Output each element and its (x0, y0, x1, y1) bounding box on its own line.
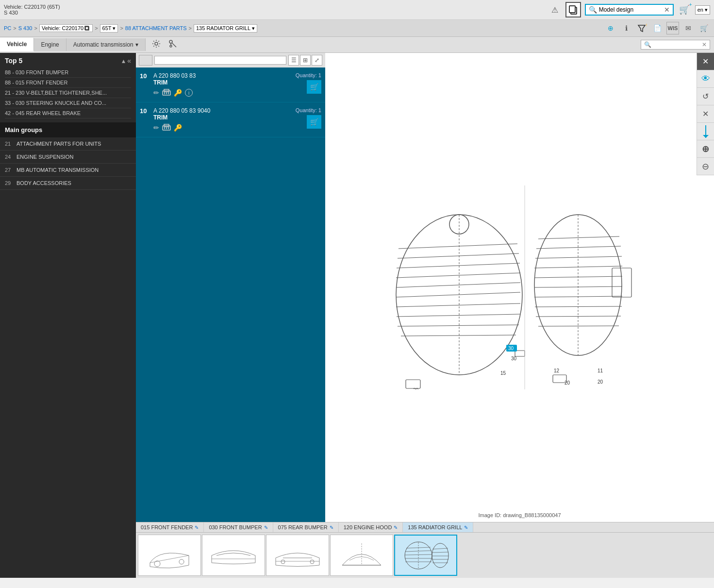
thumb-tab-075[interactable]: 075 REAR BUMPER ✎ (273, 522, 339, 532)
svg-line-7 (172, 43, 176, 48)
info-icon[interactable]: ℹ (620, 22, 632, 34)
copy-icon[interactable] (565, 2, 581, 17)
model-label: S 430 (4, 10, 60, 16)
mail-icon[interactable]: ✉ (682, 22, 695, 34)
thumb-edit-4[interactable]: ✎ (464, 525, 468, 530)
breadcrumb-vehicle[interactable]: Vehicle: C220170 (39, 24, 93, 32)
tab-wrench-icon[interactable] (166, 37, 180, 52)
part-details-0: A 220 880 03 83 TRIM ✏ (153, 72, 292, 97)
tab-extra-icons (149, 37, 180, 52)
thumb-edit-2[interactable]: ✎ (330, 525, 333, 530)
tab-engine[interactable]: Engine (34, 38, 66, 51)
svg-line-26 (396, 292, 520, 297)
thumb-edit-3[interactable]: ✎ (394, 525, 398, 530)
tab-search-box[interactable]: 🔍 ✕ (641, 40, 710, 50)
sidebar-group-21[interactable]: 21 ATTACHMENT PARTS FOR UNITS (0, 137, 136, 151)
language-selector[interactable]: en ▾ (695, 5, 710, 15)
expand-view-icon[interactable]: ⤢ (312, 55, 322, 66)
list-view-icon[interactable]: ☰ (288, 55, 299, 66)
add-cart-button-1[interactable]: 🛒 (307, 115, 321, 129)
wis-icon[interactable]: WIS (666, 22, 679, 34)
zoom-icon[interactable]: ⊕ (604, 22, 617, 34)
svg-point-61 (179, 559, 184, 564)
part-action-icons-1: ✏ 🔑 (153, 124, 292, 132)
thumb-edit-1[interactable]: ✎ (264, 525, 268, 530)
sidebar-group-24[interactable]: 24 ENGINE SUSPENSION (0, 151, 136, 164)
pencil-icon-1[interactable]: ✏ (153, 124, 159, 132)
warning-icon[interactable]: ⚠ (548, 3, 562, 17)
breadcrumb-s430[interactable]: S 430 (18, 25, 33, 31)
thumb-tab-120[interactable]: 120 ENGINE HOOD ✎ (339, 522, 403, 532)
thumb-image-120[interactable] (330, 535, 393, 576)
model-search-box[interactable]: 🔍 ✕ (585, 4, 674, 16)
top5-item-1[interactable]: 88 - 015 FRONT FENDER (5, 78, 131, 88)
breadcrumb-65t[interactable]: 65T ▾ (100, 24, 118, 33)
breadcrumb-tools: ⊕ ℹ ! 📄 WIS ✉ 🛒 (604, 22, 710, 34)
part-name-1: TRIM (153, 114, 292, 121)
key-icon-1[interactable]: 🔑 (174, 124, 182, 132)
drawing-container: 20 30 15 30 (325, 53, 714, 522)
top5-item-2[interactable]: 21 - 230 V-BELT,BELT TIGHTENER,SHE... (5, 88, 131, 98)
top5-controls: ▴ « (122, 57, 131, 65)
tab-automatic-transmission[interactable]: Automatic transmission ▾ (66, 38, 146, 51)
part-id-1: A 220 880 05 83 9040 (153, 107, 292, 114)
sidebar-group-list: 21 ATTACHMENT PARTS FOR UNITS 24 ENGINE … (0, 137, 136, 578)
factory-icon-1[interactable] (162, 124, 171, 132)
top5-item-3[interactable]: 33 - 030 STEERING KNUCKLE AND CO... (5, 98, 131, 108)
svg-line-28 (397, 314, 520, 317)
content-area: ☰ ⊞ ⤢ 10 A 220 880 03 83 TRIM ✏ (136, 53, 714, 578)
svg-text:30: 30 (511, 356, 517, 361)
thumb-image-135[interactable] (394, 535, 457, 576)
tab-settings-icon[interactable] (149, 37, 163, 52)
parts-panel: ☰ ⊞ ⤢ 10 A 220 880 03 83 TRIM ✏ (136, 53, 325, 522)
breadcrumb-88-attachment[interactable]: 88 ATTACHMENT PARTS (125, 25, 187, 31)
tab-vehicle[interactable]: Vehicle (0, 38, 34, 51)
svg-line-29 (398, 325, 519, 326)
svg-text:20: 20 (598, 379, 603, 385)
thumb-image-075[interactable] (266, 535, 329, 576)
sidebar-group-27[interactable]: 27 MB AUTOMATIC TRANSMISSION (0, 164, 136, 177)
part-pos-0: 10 (140, 72, 149, 80)
svg-point-32 (449, 215, 469, 234)
info-icon-0[interactable]: i (185, 89, 193, 97)
thumb-image-015[interactable] (138, 535, 201, 576)
top5-item-0[interactable]: 88 - 030 FRONT BUMPER (5, 67, 131, 78)
breadcrumb-pc[interactable]: PC (4, 25, 11, 31)
sidebar-group-29[interactable]: 29 BODY ACCESSORIES (0, 177, 136, 190)
image-id-label: Image ID: drawing_B88135000047 (478, 512, 561, 518)
top5-collapse-icon[interactable]: ▴ (122, 57, 125, 65)
add-to-cart-icon[interactable]: 🛒+ (678, 3, 691, 17)
top5-item-4[interactable]: 42 - 045 REAR WHEEL BRAKE (5, 108, 131, 118)
thumb-tab-135[interactable]: 135 RADIATOR GRILL ✎ (403, 522, 473, 532)
svg-point-64 (281, 560, 285, 564)
factory-icon-0[interactable] (162, 89, 171, 97)
add-cart-button-0[interactable]: 🛒 (307, 80, 321, 94)
thumb-tab-015[interactable]: 015 FRONT FENDER ✎ (136, 522, 204, 532)
thumb-edit-0[interactable]: ✎ (195, 525, 199, 530)
filter-icon[interactable]: ! (635, 22, 648, 34)
top5-title: Top 5 (5, 57, 22, 65)
top5-header: Top 5 ▴ « (5, 57, 131, 65)
sidebar: Top 5 ▴ « 88 - 030 FRONT BUMPER 88 - 015… (0, 53, 136, 578)
key-icon-0[interactable]: 🔑 (174, 89, 182, 97)
cart-nav-icon[interactable]: 🛒 (697, 22, 710, 34)
grid-view-icon[interactable]: ⊞ (300, 55, 311, 66)
svg-point-60 (154, 561, 160, 567)
model-search-input[interactable] (599, 6, 662, 13)
parts-search-input[interactable] (154, 56, 286, 65)
tab-search-close[interactable]: ✕ (702, 41, 707, 48)
search-icon: 🔍 (589, 6, 597, 14)
top5-close-icon[interactable]: « (127, 57, 131, 65)
tab-search-input[interactable] (653, 41, 702, 48)
part-pos-1: 10 (140, 107, 149, 115)
thumb-tab-030[interactable]: 030 FRONT BUMPER ✎ (204, 522, 273, 532)
top5-section: Top 5 ▴ « 88 - 030 FRONT BUMPER 88 - 015… (0, 53, 136, 122)
quantity-label-1: Quantity: 1 (296, 107, 321, 113)
breadcrumb-135-radiator[interactable]: 135 RADIATOR GRILL ▾ (194, 24, 257, 33)
svg-point-9 (170, 45, 172, 47)
thumb-image-030[interactable] (202, 535, 265, 576)
document-icon[interactable]: 📄 (651, 22, 664, 34)
pencil-icon-0[interactable]: ✏ (153, 89, 159, 97)
search-close-icon[interactable]: ✕ (664, 6, 670, 14)
part-qty-0: Quantity: 1 🛒 (296, 72, 321, 94)
